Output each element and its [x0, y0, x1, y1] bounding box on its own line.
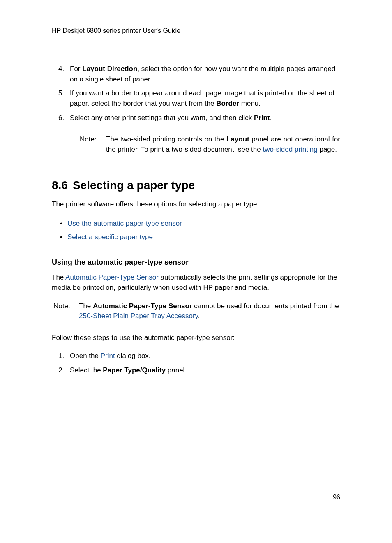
step-number: 1.: [58, 351, 64, 361]
bullet-list: Use the automatic paper-type sensor Sele…: [52, 219, 340, 242]
step-bold: Border: [216, 99, 239, 107]
subsection-heading: Using the automatic paper-type sensor: [52, 257, 340, 268]
step-number: 5.: [58, 88, 64, 99]
note-content: The two-sided printing controls on the L…: [106, 134, 340, 155]
note-bold: Layout: [226, 135, 249, 143]
paragraph: The Automatic Paper-Type Sensor automati…: [52, 273, 340, 293]
note-content: The Automatic Paper-Type Sensor cannot b…: [79, 301, 340, 321]
step-text-pre: Open the: [70, 352, 101, 360]
print-dialog-link[interactable]: Print: [101, 352, 115, 360]
section-number: 8.6: [52, 179, 68, 192]
bullet-item: Select a specific paper type: [67, 232, 340, 243]
para-text: The: [52, 273, 65, 281]
steps-list-1: 4. For Layout Direction, select the opti…: [52, 64, 340, 123]
step-number: 6.: [58, 113, 64, 123]
step-text-post: dialog box.: [115, 352, 151, 360]
note-text: cannot be used for documents printed fro…: [192, 302, 339, 310]
step-text-pre: Select any other print settings that you…: [70, 114, 254, 122]
note-bold: Automatic Paper-Type Sensor: [93, 302, 192, 310]
note-text: .: [198, 312, 200, 320]
section-title: Selecting a paper type: [73, 179, 195, 192]
followsteps-para: Follow these steps to use the automatic …: [52, 333, 340, 343]
step-6: 6. Select any other print settings that …: [70, 113, 340, 123]
note-block-1: Note: The two-sided printing controls on…: [52, 134, 340, 155]
auto-paper-type-sensor-link[interactable]: Automatic Paper-Type Sensor: [65, 273, 159, 281]
step-4: 4. For Layout Direction, select the opti…: [70, 64, 340, 84]
step-bold: Paper Type/Quality: [103, 366, 166, 374]
note-text: The: [79, 302, 93, 310]
step-text-post: menu.: [239, 99, 261, 107]
step-text-post: .: [270, 114, 272, 122]
step-5: 5. If you want a border to appear around…: [70, 88, 340, 109]
note-label: Note:: [53, 301, 79, 321]
step-bold: Layout Direction: [82, 65, 137, 73]
page-number: 96: [333, 492, 340, 502]
step-1: 1. Open the Print dialog box.: [70, 351, 340, 361]
auto-sensor-link[interactable]: Use the automatic paper-type sensor: [67, 220, 182, 227]
step-text-post: panel.: [166, 366, 187, 374]
note-block-2: Note: The Automatic Paper-Type Sensor ca…: [52, 301, 340, 321]
note-label: Note:: [80, 134, 106, 155]
step-bold: Print: [254, 114, 270, 122]
bullet-item: Use the automatic paper-type sensor: [67, 219, 340, 229]
intro-paragraph: The printer software offers these option…: [52, 199, 340, 210]
paper-tray-accessory-link[interactable]: 250-Sheet Plain Paper Tray Accessory: [79, 312, 198, 320]
specific-paper-link[interactable]: Select a specific paper type: [67, 233, 153, 241]
step-text-pre: Select the: [70, 366, 103, 374]
step-text-pre: For: [70, 65, 82, 73]
document-header: HP Deskjet 6800 series printer User's Gu…: [52, 26, 340, 35]
step-number: 2.: [58, 365, 64, 376]
note-text: The two-sided printing controls on the: [106, 135, 226, 143]
steps-list-2: 1. Open the Print dialog box. 2. Select …: [52, 351, 340, 375]
note-text: page.: [318, 146, 337, 153]
two-sided-printing-link[interactable]: two-sided printing: [263, 146, 317, 153]
step-2: 2. Select the Paper Type/Quality panel.: [70, 365, 340, 376]
step-number: 4.: [58, 64, 64, 74]
section-heading: 8.6Selecting a paper type: [52, 177, 340, 194]
step-text-pre: If you want a border to appear around ea…: [70, 89, 334, 107]
